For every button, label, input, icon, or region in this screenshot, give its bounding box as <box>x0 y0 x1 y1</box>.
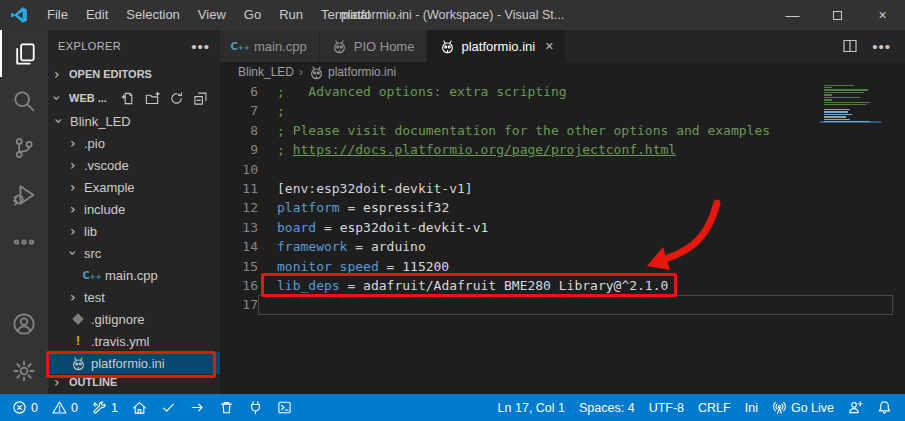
gear-icon <box>12 359 36 383</box>
code-line-7[interactable]: 7; <box>220 101 905 120</box>
person-add-icon <box>848 400 863 415</box>
line-content: framework = arduino <box>258 237 426 256</box>
minimize-button[interactable]: — <box>770 0 815 30</box>
tree-item-label: .travis.yml <box>91 334 150 349</box>
status-problems-errors-label: 0 <box>31 401 38 415</box>
refresh-icon[interactable] <box>169 91 184 106</box>
line-content <box>258 295 893 314</box>
outline-section[interactable]: OUTLINE <box>48 370 220 394</box>
activity-account[interactable] <box>0 300 48 347</box>
tree-item--pio[interactable]: .pio <box>48 132 220 154</box>
breadcrumb-item[interactable]: platformio.ini <box>308 65 396 80</box>
tree-item-lib[interactable]: lib <box>48 220 220 242</box>
code-line-13[interactable]: 13board = esp32doit-devkit-v1 <box>220 218 905 237</box>
status-pio-build[interactable] <box>154 394 183 421</box>
maximize-button[interactable] <box>815 0 860 30</box>
breadcrumb-item[interactable]: Blink_LED <box>238 65 294 79</box>
status-pio-clean[interactable] <box>212 394 241 421</box>
line-content: ; Please visit documentation for the oth… <box>258 121 770 140</box>
code-line-12[interactable]: 12platform = espressif32 <box>220 198 905 217</box>
activity-search[interactable] <box>0 77 48 124</box>
menu-run[interactable]: Run <box>270 0 312 30</box>
tree-item-main-cpp[interactable]: C++main.cpp <box>48 264 220 286</box>
tab-close-icon[interactable]: × <box>545 38 553 54</box>
line-content: monitor_speed = 115200 <box>258 257 449 276</box>
tab-platformio-ini[interactable]: platformio.ini× <box>427 30 566 62</box>
activity-more-views[interactable] <box>0 218 48 265</box>
tree-item--vscode[interactable]: .vscode <box>48 154 220 176</box>
tree-item-include[interactable]: include <box>48 198 220 220</box>
warning-icon <box>52 400 67 415</box>
menu-file[interactable]: File <box>38 0 77 30</box>
activity-run-debug[interactable] <box>0 171 48 218</box>
status-pio-project-tasks[interactable]: 1 <box>85 394 125 421</box>
status-indentation-label: Spaces: 4 <box>579 401 635 415</box>
status-go-live[interactable]: Go Live <box>765 394 841 421</box>
new-folder-icon[interactable] <box>145 91 160 106</box>
tree-item--gitignore[interactable]: .gitignore <box>48 308 220 330</box>
line-number: 12 <box>220 198 258 217</box>
code-line-15[interactable]: 15monitor_speed = 115200 <box>220 257 905 276</box>
tree-item-test[interactable]: test <box>48 286 220 308</box>
status-language-mode[interactable]: Ini <box>738 394 765 421</box>
code-editor[interactable]: 6; Advanced options: extra scripting7;8;… <box>220 82 905 394</box>
collapse-all-icon[interactable] <box>193 91 208 106</box>
editor-more-actions-icon[interactable]: ••• <box>872 38 891 55</box>
status-cursor-position[interactable]: Ln 17, Col 1 <box>491 394 572 421</box>
explorer-more-actions-icon[interactable]: ••• <box>191 38 210 55</box>
tree-item-blink-led[interactable]: Blink_LED <box>48 110 220 132</box>
status-problems-errors[interactable]: 0 <box>5 394 45 421</box>
status-indentation[interactable]: Spaces: 4 <box>572 394 642 421</box>
status-encoding[interactable]: UTF-8 <box>642 394 691 421</box>
status-notifications[interactable] <box>870 394 899 421</box>
code-line-10[interactable]: 10 <box>220 160 905 179</box>
status-pio-serial-monitor[interactable] <box>241 394 270 421</box>
status-pio-upload[interactable] <box>183 394 212 421</box>
terminal-icon <box>277 400 292 415</box>
chevron-right-icon <box>70 157 82 173</box>
activity-source-control[interactable] <box>0 124 48 171</box>
tab-main-cpp[interactable]: C++main.cpp <box>220 30 320 62</box>
menu-terminal[interactable]: Terminal <box>312 0 379 30</box>
line-number: 10 <box>220 160 258 179</box>
activity-settings[interactable] <box>0 347 48 394</box>
tree-item--travis-yml[interactable]: !.travis.yml <box>48 330 220 352</box>
yml-file-icon: ! <box>70 334 86 348</box>
close-button[interactable]: × <box>860 0 905 30</box>
activity-explorer[interactable] <box>0 30 48 77</box>
menu-go[interactable]: Go <box>235 0 270 30</box>
refresh-icon <box>169 91 184 106</box>
tab-bar: C++main.cppPIO Homeplatformio.ini× ••• <box>220 30 905 62</box>
status-pio-home[interactable] <box>125 394 154 421</box>
new-folder-icon <box>145 91 160 106</box>
split-editor-icon[interactable] <box>842 38 858 54</box>
menu-selection[interactable]: Selection <box>117 0 188 30</box>
code-line-17[interactable]: 17 <box>220 295 905 314</box>
code-line-9[interactable]: 9; https://docs.platformio.org/page/proj… <box>220 140 905 159</box>
window-controls: — × <box>770 0 905 30</box>
tree-item-src[interactable]: src <box>48 242 220 264</box>
minimap[interactable] <box>822 84 875 125</box>
menu-more[interactable]: ··· <box>379 0 410 30</box>
menu-edit[interactable]: Edit <box>77 0 117 30</box>
status-pio-new-terminal[interactable] <box>270 394 299 421</box>
code-line-8[interactable]: 8; Please visit documentation for the ot… <box>220 121 905 140</box>
bell-icon <box>877 400 892 415</box>
line-content: board = esp32doit-devkit-v1 <box>258 218 488 237</box>
new-file-icon[interactable] <box>121 91 136 106</box>
status-problems-warnings[interactable]: 0 <box>45 394 85 421</box>
code-line-14[interactable]: 14framework = arduino <box>220 237 905 256</box>
error-icon <box>12 400 27 415</box>
code-line-6[interactable]: 6; Advanced options: extra scripting <box>220 82 905 101</box>
status-language-mode-label: Ini <box>745 401 758 415</box>
open-editors-section[interactable]: OPEN EDITORS <box>48 62 220 86</box>
status-feedback[interactable] <box>841 394 870 421</box>
tree-item-label: src <box>84 246 101 261</box>
tab-pio-home[interactable]: PIO Home <box>320 30 428 62</box>
code-line-16[interactable]: 16lib_deps = adafruit/Adafruit BME280 Li… <box>220 276 905 295</box>
code-line-11[interactable]: 11[env:esp32doit-devkit-v1] <box>220 179 905 198</box>
workspace-section[interactable]: WEB ... <box>48 86 220 110</box>
tree-item-example[interactable]: Example <box>48 176 220 198</box>
menu-view[interactable]: View <box>189 0 235 30</box>
status-eol[interactable]: CRLF <box>691 394 738 421</box>
